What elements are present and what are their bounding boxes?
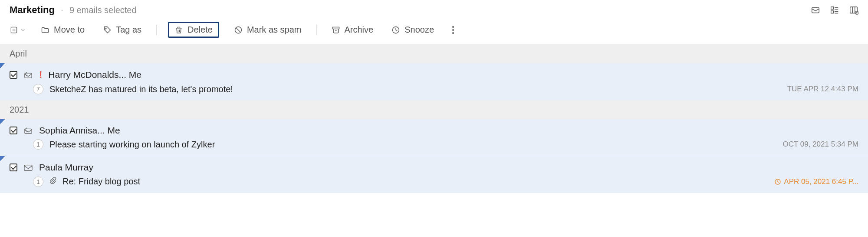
svg-rect-21 xyxy=(24,165,32,171)
email-subject: SketcheZ has matured in its beta, let's … xyxy=(49,84,233,94)
trash-icon xyxy=(174,26,183,34)
email-row[interactable]: Paula Murray 1 Re: Friday blog post APR … xyxy=(0,156,868,193)
svg-rect-0 xyxy=(812,8,819,13)
unread-view-icon[interactable] xyxy=(811,5,820,15)
mark-spam-label: Mark as spam xyxy=(247,25,302,35)
sender-name: Sophia Annisa... Me xyxy=(39,125,120,136)
email-top-row: Paula Murray xyxy=(10,162,858,173)
action-toolbar: Move to Tag as Delete Mark as spam Archi… xyxy=(0,18,868,44)
more-actions-button[interactable] xyxy=(449,26,457,34)
email-bottom-row: 1 Please starting working on launch of Z… xyxy=(10,139,858,150)
email-bottom-row: 1 Re: Friday blog post APR 05, 2021 6:45… xyxy=(10,176,858,187)
svg-rect-2 xyxy=(831,11,834,13)
timestamp-text: APR 05, 2021 6:45 P... xyxy=(784,177,858,186)
email-top-row: ! Harry McDonalds... Me xyxy=(10,69,858,80)
header-right xyxy=(811,5,858,15)
folder-name: Marketing xyxy=(10,4,55,16)
delete-button[interactable]: Delete xyxy=(168,22,219,38)
thread-count: 7 xyxy=(33,84,43,94)
tag-as-button[interactable]: Tag as xyxy=(99,23,145,37)
sender-name: Harry McDonalds... Me xyxy=(48,70,141,80)
reply-icon xyxy=(23,127,33,134)
tag-as-label: Tag as xyxy=(116,25,141,35)
email-checkbox[interactable] xyxy=(10,71,17,79)
dot-separator: · xyxy=(61,4,63,16)
email-row[interactable]: ! Harry McDonalds... Me 7 SketcheZ has m… xyxy=(0,63,868,100)
toolbar-divider xyxy=(156,25,157,35)
svg-point-13 xyxy=(105,28,107,29)
attachment-icon xyxy=(49,176,56,187)
email-subject-wrap: 7 SketcheZ has matured in its beta, let'… xyxy=(33,84,233,94)
selection-count: 9 emails selected xyxy=(69,5,137,15)
folder-icon xyxy=(41,26,49,34)
group-header: 2021 xyxy=(0,100,868,119)
email-row[interactable]: Sophia Annisa... Me 1 Please starting wo… xyxy=(0,119,868,156)
more-dot-icon xyxy=(452,26,454,28)
sender-name: Paula Murray xyxy=(39,162,93,173)
email-top-row: Sophia Annisa... Me xyxy=(10,125,858,136)
email-timestamp: TUE APR 12 4:43 PM xyxy=(787,85,858,93)
toolbar-divider xyxy=(316,25,317,35)
spam-icon xyxy=(234,26,243,34)
svg-rect-1 xyxy=(831,7,834,10)
more-dot-icon xyxy=(452,29,454,31)
svg-rect-16 xyxy=(332,27,339,29)
more-dot-icon xyxy=(452,32,454,34)
snooze-label: Snooze xyxy=(404,25,434,35)
list-view-icon[interactable] xyxy=(830,5,839,15)
snooze-button[interactable]: Snooze xyxy=(388,23,437,37)
svg-line-15 xyxy=(236,28,240,32)
priority-icon: ! xyxy=(39,69,42,80)
svg-rect-19 xyxy=(25,73,32,78)
tag-icon xyxy=(103,26,112,34)
header-bar: Marketing · 9 emails selected xyxy=(0,0,868,18)
clock-icon xyxy=(391,26,400,34)
email-subject-wrap: 1 Please starting working on launch of Z… xyxy=(33,139,215,150)
delete-label: Delete xyxy=(187,25,213,35)
thread-count: 1 xyxy=(33,139,43,150)
move-to-button[interactable]: Move to xyxy=(37,23,88,37)
clock-icon xyxy=(774,178,781,185)
email-subject-wrap: 1 Re: Friday blog post xyxy=(33,176,140,187)
archive-icon xyxy=(332,26,340,34)
email-checkbox[interactable] xyxy=(10,127,17,134)
select-all-toggle[interactable] xyxy=(10,26,26,34)
reply-icon xyxy=(23,71,33,79)
archive-button[interactable]: Archive xyxy=(328,23,377,37)
archive-label: Archive xyxy=(345,25,374,35)
move-to-label: Move to xyxy=(54,25,85,35)
mail-icon xyxy=(23,164,33,171)
mark-spam-button[interactable]: Mark as spam xyxy=(230,23,305,37)
header-left: Marketing · 9 emails selected xyxy=(10,4,137,16)
email-subject: Please starting working on launch of Zyl… xyxy=(49,140,215,150)
email-bottom-row: 7 SketcheZ has matured in its beta, let'… xyxy=(10,84,858,94)
email-timestamp: OCT 09, 2021 5:34 PM xyxy=(783,140,858,149)
column-settings-icon[interactable] xyxy=(849,5,858,15)
email-timestamp-snoozed: APR 05, 2021 6:45 P... xyxy=(774,177,858,186)
email-checkbox[interactable] xyxy=(10,164,17,171)
thread-count: 1 xyxy=(33,177,43,187)
email-subject: Re: Friday blog post xyxy=(62,177,140,187)
group-header: April xyxy=(0,44,868,63)
svg-rect-20 xyxy=(25,129,32,134)
